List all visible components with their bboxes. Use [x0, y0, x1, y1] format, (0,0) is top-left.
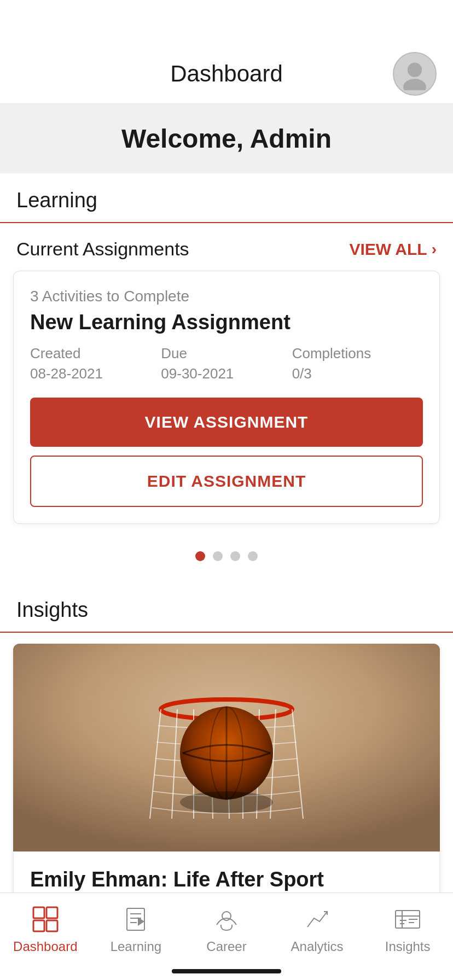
nav-label-insights: Insights	[385, 939, 431, 954]
svg-rect-21	[47, 920, 57, 931]
meta-due: Due 09-30-2021	[161, 345, 292, 382]
meta-completions: Completions 0/3	[292, 345, 423, 382]
view-assignment-button[interactable]: VIEW ASSIGNMENT	[30, 398, 423, 447]
nav-item-insights[interactable]: Insights	[362, 904, 453, 954]
nav-label-learning: Learning	[111, 939, 161, 954]
nav-label-career: Career	[206, 939, 246, 954]
svg-point-17	[180, 791, 273, 813]
header: Dashboard	[0, 44, 453, 104]
dot-4[interactable]	[248, 551, 258, 561]
insights-icon	[392, 904, 423, 935]
svg-rect-22	[127, 908, 144, 930]
insights-section-title: Insights	[16, 598, 88, 621]
dashboard-icon	[30, 904, 61, 935]
svg-rect-18	[33, 907, 44, 918]
nav-item-learning[interactable]: Learning	[91, 904, 182, 954]
learning-section-title: Learning	[16, 189, 97, 212]
view-all-link[interactable]: VIEW ALL ›	[349, 240, 437, 259]
edit-assignment-button[interactable]: EDIT ASSIGNMENT	[30, 456, 423, 507]
learning-icon	[120, 904, 151, 935]
svg-rect-19	[47, 907, 57, 918]
completions-value: 0/3	[292, 365, 423, 382]
avatar-icon	[398, 57, 431, 90]
activities-count: 3 Activities to Complete	[30, 288, 423, 305]
nav-item-career[interactable]: Career	[181, 904, 272, 954]
chevron-right-icon: ›	[432, 241, 437, 258]
svg-rect-20	[33, 920, 44, 931]
status-bar	[0, 0, 453, 44]
pagination-dots	[0, 540, 453, 578]
nav-item-analytics[interactable]: Analytics	[272, 904, 363, 954]
assignments-label: Current Assignments	[16, 238, 189, 260]
completions-label: Completions	[292, 345, 423, 362]
dot-3[interactable]	[230, 551, 240, 561]
created-label: Created	[30, 345, 161, 362]
created-value: 08-28-2021	[30, 365, 161, 382]
svg-point-26	[222, 912, 231, 920]
analytics-icon	[302, 904, 333, 935]
due-value: 09-30-2021	[161, 365, 292, 382]
career-icon	[211, 904, 242, 935]
view-all-text: VIEW ALL	[349, 240, 427, 259]
insights-image	[13, 644, 440, 851]
welcome-banner: Welcome, Admin	[0, 104, 453, 173]
avatar-container[interactable]	[393, 52, 437, 96]
assignment-title: New Learning Assignment	[30, 311, 423, 334]
insights-card-title: Emily Ehman: Life After Sport	[30, 868, 423, 891]
dot-1[interactable]	[195, 551, 205, 561]
assignment-card: 3 Activities to Complete New Learning As…	[13, 271, 440, 524]
insights-section-header: Insights	[0, 583, 453, 633]
home-indicator	[172, 969, 281, 973]
page-title: Dashboard	[170, 61, 282, 87]
assignments-header: Current Assignments VIEW ALL ›	[0, 223, 453, 271]
assignment-meta: Created 08-28-2021 Due 09-30-2021 Comple…	[30, 345, 423, 382]
learning-section-header: Learning	[0, 173, 453, 223]
avatar[interactable]	[393, 52, 437, 96]
nav-item-dashboard[interactable]: Dashboard	[0, 904, 91, 954]
basketball-illustration	[13, 644, 440, 851]
insights-section: Insights	[0, 578, 453, 938]
svg-point-1	[403, 79, 426, 90]
nav-label-analytics: Analytics	[291, 939, 344, 954]
welcome-text: Welcome, Admin	[121, 124, 332, 153]
svg-point-0	[408, 62, 422, 77]
meta-created: Created 08-28-2021	[30, 345, 161, 382]
dot-2[interactable]	[213, 551, 223, 561]
nav-label-dashboard: Dashboard	[13, 939, 77, 954]
bottom-nav: Dashboard Learning Career	[0, 892, 453, 980]
due-label: Due	[161, 345, 292, 362]
